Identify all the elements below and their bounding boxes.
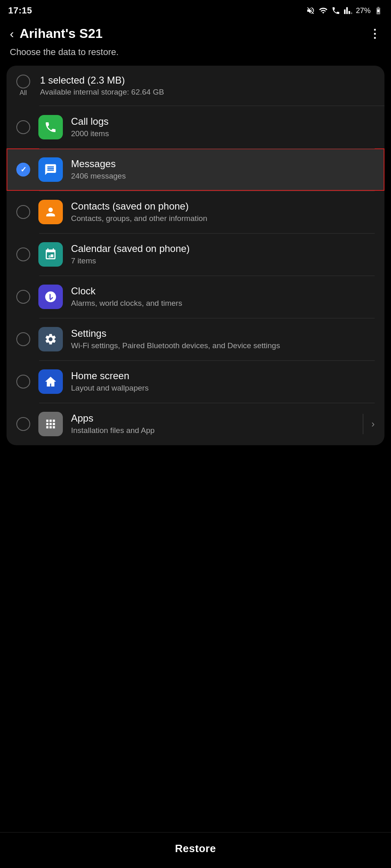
list-item-calendar[interactable]: 6Calendar (saved on phone)7 items xyxy=(7,233,384,276)
svg-rect-0 xyxy=(377,9,380,12)
clock-text: ClockAlarms, world clocks, and timers xyxy=(71,285,375,309)
all-row[interactable]: All 1 selected (2.3 MB) Available intern… xyxy=(7,66,384,106)
home-screen-title: Home screen xyxy=(71,370,375,382)
apps-chevron[interactable]: › xyxy=(368,418,375,430)
status-icons: 27% xyxy=(306,6,383,15)
battery-icon xyxy=(374,6,383,15)
page-subtitle: Choose the data to restore. xyxy=(0,44,391,66)
messages-icon xyxy=(38,157,63,182)
all-row-info: 1 selected (2.3 MB) Available internal s… xyxy=(40,75,375,97)
messages-subtitle: 2406 messages xyxy=(71,171,375,181)
clock-radio[interactable] xyxy=(16,290,30,304)
call-logs-icon xyxy=(38,115,63,139)
svg-text:6: 6 xyxy=(49,254,51,258)
settings-radio[interactable] xyxy=(16,332,30,346)
mute-icon xyxy=(306,6,315,15)
settings-icon xyxy=(38,327,63,351)
back-button[interactable]: ‹ xyxy=(10,28,14,40)
signal-call-icon xyxy=(331,6,340,15)
list-item-clock[interactable]: ClockAlarms, world clocks, and timers xyxy=(7,276,384,318)
apps-title: Apps xyxy=(71,413,358,424)
contacts-title: Contacts (saved on phone) xyxy=(71,201,375,212)
apps-divider xyxy=(363,414,363,434)
all-radio-button[interactable] xyxy=(16,75,30,88)
call-logs-title: Call logs xyxy=(71,116,375,127)
status-time: 17:15 xyxy=(8,5,32,16)
call-logs-text: Call logs2000 items xyxy=(71,116,375,139)
contacts-subtitle: Contacts, groups, and other information xyxy=(71,214,375,224)
more-options-icon[interactable]: ⋮ xyxy=(369,27,381,40)
settings-subtitle: Wi-Fi settings, Paired Bluetooth devices… xyxy=(71,341,375,351)
calendar-subtitle: 7 items xyxy=(71,256,375,266)
calendar-title: Calendar (saved on phone) xyxy=(71,243,375,254)
contacts-icon xyxy=(38,200,63,224)
messages-text: Messages2406 messages xyxy=(71,158,375,181)
page-title: Arihant's S21 xyxy=(20,26,102,41)
calendar-text: Calendar (saved on phone)7 items xyxy=(71,243,375,266)
select-all-radio[interactable]: All xyxy=(16,75,30,97)
all-row-subtitle: Available internal storage: 62.64 GB xyxy=(40,88,375,97)
list-item-contacts[interactable]: Contacts (saved on phone)Contacts, group… xyxy=(7,191,384,233)
list-item-messages[interactable]: Messages2406 messages xyxy=(7,148,384,191)
all-label: All xyxy=(20,89,27,97)
calendar-icon: 6 xyxy=(38,242,63,267)
items-list: Call logs2000 itemsMessages2406 messages… xyxy=(7,106,384,445)
home-screen-radio[interactable] xyxy=(16,375,30,389)
calendar-radio[interactable] xyxy=(16,247,30,261)
list-item-settings[interactable]: SettingsWi-Fi settings, Paired Bluetooth… xyxy=(7,318,384,360)
apps-subtitle: Installation files and App xyxy=(71,426,358,436)
all-row-title: 1 selected (2.3 MB) xyxy=(40,75,375,86)
svg-text:S: S xyxy=(49,380,51,384)
apps-icon xyxy=(38,412,63,436)
home-screen-text: Home screenLayout and wallpapers xyxy=(71,370,375,393)
contacts-text: Contacts (saved on phone)Contacts, group… xyxy=(71,201,375,224)
clock-icon xyxy=(38,285,63,309)
battery-text: 27% xyxy=(356,7,371,15)
settings-text: SettingsWi-Fi settings, Paired Bluetooth… xyxy=(71,328,375,351)
signal-bars-icon xyxy=(344,6,353,15)
call-logs-subtitle: 2000 items xyxy=(71,129,375,139)
list-item-call-logs[interactable]: Call logs2000 items xyxy=(7,106,384,148)
wifi-icon xyxy=(318,6,328,15)
messages-radio[interactable] xyxy=(16,163,30,177)
clock-subtitle: Alarms, world clocks, and timers xyxy=(71,298,375,309)
messages-title: Messages xyxy=(71,158,375,170)
list-item-apps[interactable]: AppsInstallation files and App› xyxy=(7,403,384,445)
home-screen-icon: S xyxy=(38,369,63,394)
apps-radio[interactable] xyxy=(16,417,30,431)
restore-options-card: All 1 selected (2.3 MB) Available intern… xyxy=(7,66,384,445)
list-item-home-screen[interactable]: SHome screenLayout and wallpapers xyxy=(7,360,384,403)
settings-title: Settings xyxy=(71,328,375,339)
header: ‹ Arihant's S21 ⋮ xyxy=(0,20,391,44)
home-screen-subtitle: Layout and wallpapers xyxy=(71,383,375,393)
status-bar: 17:15 27% xyxy=(0,0,391,20)
restore-button[interactable]: Restore xyxy=(175,842,216,855)
clock-title: Clock xyxy=(71,285,375,297)
contacts-radio[interactable] xyxy=(16,205,30,219)
apps-text: AppsInstallation files and App xyxy=(71,413,358,436)
call-logs-radio[interactable] xyxy=(16,120,30,134)
restore-bar: Restore xyxy=(0,832,391,868)
